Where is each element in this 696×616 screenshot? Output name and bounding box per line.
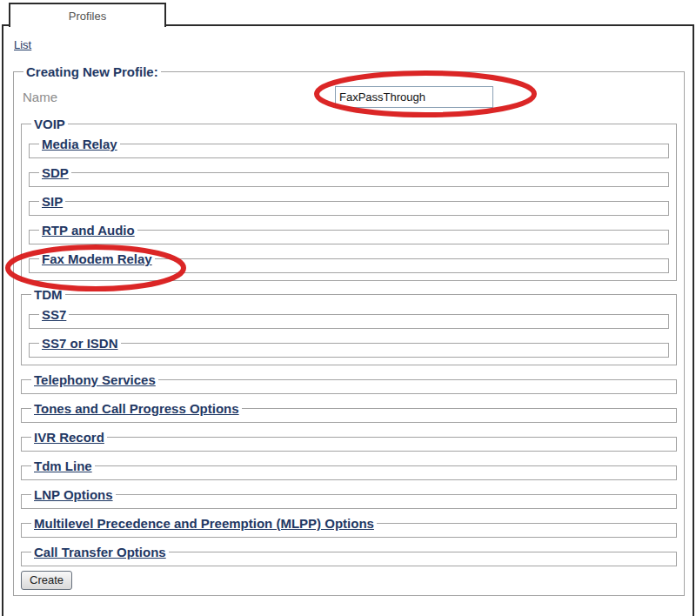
section-link-ss7[interactable]: SS7: [42, 307, 66, 322]
tdm-group-fieldset: TDM SS7 SS7 or ISDN: [21, 287, 677, 365]
name-label: Name: [23, 90, 335, 104]
section-rtp-and-audio: RTP and Audio: [29, 223, 669, 244]
section-body: [37, 180, 661, 186]
breadcrumb: List: [14, 37, 685, 51]
section-link-call-transfer-options[interactable]: Call Transfer Options: [34, 545, 166, 559]
section-tones-and-call-progress-options: Tones and Call Progress Options: [21, 401, 677, 423]
section-telephony-services: Telephony Services: [21, 372, 677, 394]
section-link-sdp[interactable]: SDP: [42, 165, 69, 180]
tab-content-panel: List Creating New Profile: Name VOIP Med…: [2, 24, 694, 616]
section-link-fax-modem-relay[interactable]: Fax Modem Relay: [42, 251, 152, 266]
section-link-tdm-line[interactable]: Tdm Line: [34, 459, 92, 473]
section-body: [29, 473, 669, 479]
section-body: [29, 502, 669, 508]
section-link-mlpp-options[interactable]: Multilevel Precedence and Preemption (ML…: [34, 516, 374, 531]
voip-group-fieldset: VOIP Media Relay SDP SIP RTP and Audio F…: [21, 117, 677, 281]
section-link-lnp-options[interactable]: LNP Options: [34, 487, 113, 502]
section-link-ss7-or-isdn[interactable]: SS7 or ISDN: [42, 336, 118, 351]
tdm-group-legend: TDM: [31, 287, 65, 302]
name-row: Name: [23, 85, 677, 108]
section-body: [37, 151, 661, 157]
section-sip: SIP: [29, 194, 669, 216]
section-body: [37, 238, 661, 244]
section-body: [29, 387, 669, 393]
section-link-sip[interactable]: SIP: [42, 194, 63, 209]
section-link-telephony-services[interactable]: Telephony Services: [34, 372, 156, 387]
tab-profiles-label: Profiles: [69, 10, 106, 23]
top-level-sections: Telephony Services Tones and Call Progre…: [21, 372, 677, 566]
section-body: [37, 266, 661, 272]
create-button[interactable]: Create: [21, 571, 72, 590]
section-ivr-record: IVR Record: [21, 430, 677, 452]
section-media-relay: Media Relay: [29, 137, 669, 158]
creating-new-profile-legend: Creating New Profile:: [23, 64, 161, 79]
section-body: [37, 351, 661, 357]
section-ss7-or-isdn: SS7 or ISDN: [29, 336, 669, 358]
voip-group-legend: VOIP: [31, 117, 68, 131]
section-body: [37, 209, 661, 215]
section-body: [29, 416, 669, 422]
section-sdp: SDP: [29, 165, 669, 187]
section-body: [29, 559, 669, 566]
section-body: [29, 445, 669, 451]
creating-new-profile-fieldset: Creating New Profile: Name VOIP Media Re…: [13, 64, 685, 596]
section-link-rtp-and-audio[interactable]: RTP and Audio: [42, 223, 135, 238]
section-ss7: SS7: [29, 307, 669, 329]
section-call-transfer-options: Call Transfer Options: [21, 545, 677, 566]
name-input[interactable]: [335, 86, 493, 108]
section-mlpp-options: Multilevel Precedence and Preemption (ML…: [21, 516, 677, 538]
section-tdm-line: Tdm Line: [21, 459, 677, 480]
tab-profiles[interactable]: Profiles: [9, 3, 166, 27]
section-body: [29, 531, 669, 537]
section-body: [37, 322, 661, 328]
section-link-tones-and-call-progress-options[interactable]: Tones and Call Progress Options: [34, 401, 239, 416]
section-lnp-options: LNP Options: [21, 487, 677, 509]
section-link-media-relay[interactable]: Media Relay: [42, 137, 117, 151]
list-link[interactable]: List: [14, 38, 31, 51]
section-link-ivr-record[interactable]: IVR Record: [34, 430, 104, 445]
section-fax-modem-relay: Fax Modem Relay: [29, 251, 669, 273]
